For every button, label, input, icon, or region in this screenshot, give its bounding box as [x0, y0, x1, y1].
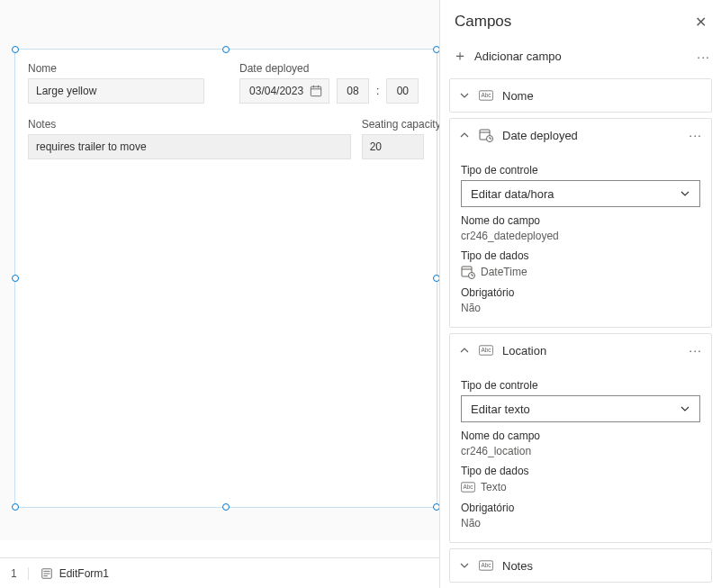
field-nome: Nome: [23, 57, 234, 113]
input-nome[interactable]: [28, 78, 204, 104]
field-seating: Seating capacity: [356, 113, 429, 168]
text-type-icon: Abc: [479, 88, 493, 103]
field-card-head-date[interactable]: Date deployed ···: [450, 119, 711, 151]
input-date[interactable]: 03/04/2023: [239, 78, 329, 104]
label-date-deployed: Date deployed: [239, 62, 424, 75]
datatype-label: Tipo de dados: [461, 465, 700, 477]
datetime-type-icon: [479, 128, 493, 142]
breadcrumb-label: EditForm1: [59, 567, 109, 580]
card-title-date: Date deployed: [502, 129, 578, 142]
panel-header: Campos ✕: [440, 0, 721, 40]
fields-scroll-area[interactable]: Abc Nome Date deployed ···: [440, 78, 721, 588]
input-seating[interactable]: [362, 134, 424, 159]
fieldname-value: cr246_datedeployed: [461, 230, 700, 242]
control-type-select[interactable]: Editar data/hora: [461, 180, 700, 207]
svg-text:Abc: Abc: [481, 92, 491, 98]
breadcrumb-item-editform[interactable]: EditForm1: [40, 566, 109, 581]
calendar-icon: [309, 84, 323, 98]
card-title-notes: Notes: [502, 559, 533, 573]
field-card-date-deployed: Date deployed ··· Tipo de controle Edita…: [449, 118, 712, 328]
required-value: Não: [461, 302, 700, 314]
more-icon[interactable]: ···: [697, 50, 710, 64]
text-type-icon: Abc: [479, 558, 493, 573]
chevron-up-icon: [459, 345, 470, 356]
svg-rect-0: [311, 86, 320, 96]
control-type-value: Editar data/hora: [471, 187, 554, 201]
panel-title: Campos: [455, 13, 511, 31]
add-field-label: Adicionar campo: [474, 50, 562, 63]
breadcrumb-pre[interactable]: 1: [11, 567, 29, 580]
edit-form-container[interactable]: Nome Date deployed 03/04/2023 :: [14, 49, 437, 508]
field-card-nome: Abc Nome: [449, 78, 712, 113]
field-card-head-location[interactable]: Abc Location ···: [450, 334, 711, 366]
input-notes[interactable]: [28, 134, 351, 159]
field-card-location: Abc Location ··· Tipo de controle Editar…: [449, 333, 712, 543]
field-card-head-nome[interactable]: Abc Nome: [450, 79, 711, 112]
datatype-value: Texto: [481, 481, 507, 493]
chevron-up-icon: [459, 130, 470, 140]
svg-text:Abc: Abc: [463, 484, 473, 490]
chevron-down-icon: [459, 90, 470, 101]
text-type-icon: Abc: [461, 480, 475, 494]
datatype-value: DateTime: [481, 266, 527, 278]
time-separator: :: [376, 85, 379, 97]
resize-handle-ml[interactable]: [12, 275, 19, 282]
breadcrumb-bar: 1 EditForm1: [0, 557, 439, 588]
fieldname-value: cr246_location: [461, 445, 700, 457]
resize-handle-tl[interactable]: [12, 46, 19, 53]
required-value: Não: [461, 517, 700, 529]
required-label: Obrigatório: [461, 502, 700, 514]
label-seating: Seating capacity: [362, 118, 424, 131]
chevron-down-icon: [680, 188, 690, 199]
required-label: Obrigatório: [461, 286, 700, 299]
field-card-notes: Abc Notes: [449, 548, 712, 583]
label-nome: Nome: [28, 62, 229, 75]
resize-handle-bm[interactable]: [222, 503, 230, 511]
plus-icon: ＋: [453, 47, 467, 66]
input-minute[interactable]: [386, 78, 419, 104]
svg-text:Abc: Abc: [481, 347, 491, 353]
svg-text:Abc: Abc: [481, 562, 491, 568]
close-icon[interactable]: ✕: [695, 14, 707, 31]
chevron-down-icon: [680, 403, 690, 414]
resize-handle-tm[interactable]: [222, 46, 230, 53]
control-type-label: Tipo de controle: [461, 379, 700, 392]
add-field-button[interactable]: ＋ Adicionar campo: [453, 47, 562, 66]
control-type-select[interactable]: Editar texto: [461, 395, 700, 422]
fieldname-label: Nome do campo: [461, 430, 700, 442]
input-hour[interactable]: [337, 78, 369, 104]
fieldname-label: Nome do campo: [461, 214, 700, 227]
field-notes: Notes: [23, 113, 356, 168]
form-icon: [40, 566, 54, 581]
field-card-head-notes[interactable]: Abc Notes: [450, 549, 711, 582]
chevron-down-icon: [459, 560, 470, 571]
datatype-label: Tipo de dados: [461, 249, 700, 262]
fields-panel: Campos ✕ ＋ Adicionar campo ··· Abc Nome: [439, 0, 721, 588]
add-field-row: ＋ Adicionar campo ···: [440, 40, 721, 78]
date-value: 03/04/2023: [249, 85, 303, 97]
resize-handle-bl[interactable]: [12, 503, 19, 511]
card-title-nome: Nome: [502, 89, 534, 103]
card-body-date: Tipo de controle Editar data/hora Nome d…: [450, 151, 711, 327]
datetime-type-icon: [461, 265, 475, 279]
card-body-location: Tipo de controle Editar texto Nome do ca…: [450, 366, 711, 542]
label-notes: Notes: [28, 118, 351, 131]
control-type-label: Tipo de controle: [461, 164, 700, 176]
card-more-icon[interactable]: ···: [689, 343, 702, 357]
canvas-area[interactable]: Nome Date deployed 03/04/2023 :: [0, 0, 439, 540]
field-date-deployed: Date deployed 03/04/2023 :: [234, 57, 429, 113]
card-more-icon[interactable]: ···: [689, 128, 702, 142]
control-type-value: Editar texto: [471, 403, 530, 416]
card-title-location: Location: [502, 344, 546, 357]
text-type-icon: Abc: [479, 343, 493, 357]
